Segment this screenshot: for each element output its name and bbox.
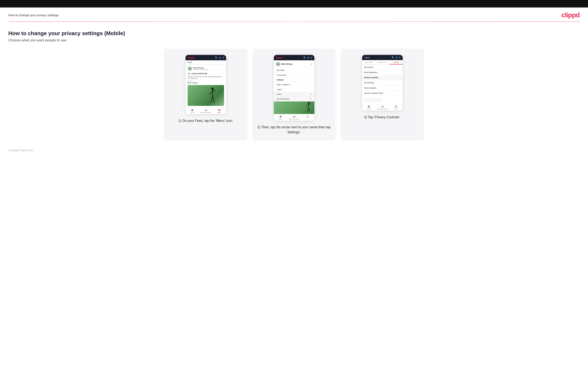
post-lesson-title: Lesson with Fordy	[191, 73, 207, 75]
step-2-caption: 2) Then, tap the arrow next to your name…	[257, 125, 331, 135]
svg-line-4	[211, 96, 213, 103]
screen2-bg-image	[274, 101, 314, 114]
dropdown-user-row: BM Blair McHarg ∧	[274, 60, 314, 68]
search-icon-2: 🔍	[303, 57, 306, 59]
tab-my-profile[interactable]: My Profile	[362, 60, 376, 65]
svg-rect-21	[381, 107, 381, 108]
svg-rect-23	[383, 106, 383, 108]
golfer-silhouette	[208, 87, 218, 106]
svg-rect-20	[294, 116, 295, 118]
tab-connections[interactable]: Connections	[376, 60, 389, 65]
user-icon-2: 👤	[307, 57, 309, 59]
menu-item-my-profile[interactable]: My Profile	[274, 68, 314, 73]
svg-line-17	[309, 108, 310, 112]
menu-item-connections[interactable]: Connections	[274, 73, 314, 78]
screen3-home-btn: Home	[362, 105, 376, 110]
svg-rect-24	[395, 106, 397, 106]
copyright-text: Copyright Clippd 2022	[8, 149, 33, 152]
external-link-icon-2: ↗	[384, 92, 385, 94]
dropdown-avatar: BM	[276, 62, 280, 66]
screen2-icons: 🔍 👤 ⚙	[303, 57, 312, 59]
screen3-back-bar: ‹ Back 🔍 👤 ⚙	[362, 55, 403, 60]
screen2-logo: clippd	[276, 56, 283, 59]
screen2-dropdown: BM Blair McHarg ∧ My Profile Connections…	[274, 60, 314, 114]
user-icon: 👤	[219, 57, 221, 59]
settings-service-privacy[interactable]: Service & Privacy Policy ↗	[362, 91, 403, 96]
post-image	[188, 85, 224, 106]
top-bar	[0, 0, 588, 8]
duration-value: 01 hr : 30 min	[188, 82, 224, 84]
logo: clippd	[561, 11, 580, 19]
menu-item-help[interactable]: Help & Support ↗	[274, 82, 314, 87]
screen2-dropdown-wrapper: BM Blair McHarg ∧ My Profile Connections…	[274, 60, 314, 114]
menu-item-settings[interactable]: Settings	[274, 78, 314, 82]
header-divider	[8, 21, 580, 22]
external-link-icon: ↗	[377, 87, 378, 89]
chevron-right-icon-2: ›	[400, 71, 401, 73]
screen1-feed-tab: Feed	[186, 60, 226, 65]
svg-rect-9	[218, 109, 220, 110]
tab-settings[interactable]: Settings	[389, 60, 403, 65]
menu-item-logout[interactable]: Logout	[274, 87, 314, 92]
svg-rect-10	[218, 110, 220, 110]
svg-line-16	[308, 108, 309, 112]
svg-rect-11	[218, 111, 220, 111]
nav-home[interactable]: Home ∨	[274, 92, 314, 97]
svg-rect-6	[205, 110, 205, 111]
post-body: Looking to feel like my hands are exitin…	[188, 76, 224, 79]
close-icon: ✕	[306, 115, 309, 118]
settings-icon: ⚙	[222, 57, 224, 59]
screen1-bottombar: Home My Performance Menu	[186, 108, 226, 114]
svg-rect-8	[206, 109, 207, 111]
search-icon-3: 🔍	[392, 56, 394, 59]
screen2-performance-btn: My Performance	[287, 115, 301, 120]
svg-rect-22	[382, 106, 382, 108]
golfer-bg	[305, 101, 312, 114]
svg-point-0	[211, 88, 214, 90]
chevron-right-icon: ›	[400, 66, 401, 68]
settings-icon-3: ⚙	[399, 56, 401, 59]
settings-help-support[interactable]: Help & Support ↗	[362, 85, 403, 91]
settings-my-account[interactable]: My Account ›	[362, 65, 403, 70]
post-username: Blair McHarg	[193, 67, 208, 69]
phone-screen-3: ‹ Back 🔍 👤 ⚙ My Profile Connections Sett…	[362, 55, 403, 111]
header: How to change your privacy settings clip…	[0, 8, 588, 21]
screen1-post: BM Blair McHarg Yesterday · Sunningdale …	[186, 65, 226, 108]
screen1-topbar: clippd 🔍 👤 ⚙	[186, 55, 226, 60]
settings-data-integrations[interactable]: Data Integrations ›	[362, 70, 403, 75]
user-icon-3: 👤	[395, 56, 398, 59]
screen3-bottombar: Home My Performance Menu	[362, 104, 403, 111]
svg-line-2	[209, 91, 213, 94]
screen2-topbar: clippd 🔍 👤 ⚙	[274, 55, 314, 60]
svg-rect-19	[294, 116, 294, 117]
screen2-bottombar: Home My Performance ✕	[274, 114, 314, 121]
steps-row: clippd 🔍 👤 ⚙ Feed BM Blair	[8, 49, 580, 141]
back-button[interactable]: ‹ Back	[364, 57, 370, 59]
settings-privacy-controls[interactable]: Privacy Controls ›	[362, 75, 403, 80]
page-footer: Copyright Clippd 2022	[0, 145, 588, 158]
lesson-icon: ▶	[188, 72, 190, 75]
step-3-card: ‹ Back 🔍 👤 ⚙ My Profile Connections Sett…	[341, 49, 424, 141]
svg-rect-18	[293, 117, 293, 118]
svg-point-12	[308, 102, 309, 103]
screen1-home-btn: Home	[186, 109, 199, 113]
screen3-version-info: Clippd Client Version: 2022.8.3-3 SQL Se…	[362, 96, 403, 104]
screen1-logo: clippd	[188, 56, 194, 59]
screen1-menu-btn[interactable]: Menu	[213, 109, 226, 113]
settings-my-golf-bag[interactable]: My Golf Bag ›	[362, 80, 403, 85]
svg-rect-26	[395, 107, 397, 108]
main-content: How to change your privacy settings (Mob…	[0, 22, 588, 145]
screen3-icons: 🔍 👤 ⚙	[392, 56, 401, 59]
screen3-menu-btn[interactable]: Menu	[389, 105, 403, 110]
step-2-card: clippd 🔍 👤 ⚙ BM Blair McHarg	[252, 49, 336, 141]
screen1-performance-btn: My Performance	[199, 109, 213, 113]
post-meta: Yesterday · Sunningdale	[193, 69, 208, 70]
screen2-home-btn: Home	[274, 115, 287, 120]
phone-screen-1: clippd 🔍 👤 ⚙ Feed BM Blair	[186, 55, 226, 114]
page-subheading: Choose what you want people to see	[8, 38, 580, 42]
nav-my-performance[interactable]: My Performance ∨	[274, 97, 314, 101]
screen2-close-btn[interactable]: ✕	[301, 115, 314, 120]
page-heading: How to change your privacy settings (Mob…	[8, 30, 580, 37]
dropdown-chevron-icon[interactable]: ∧	[311, 63, 312, 65]
dropdown-nav-section: Home ∨ My Performance ∨	[274, 92, 314, 101]
